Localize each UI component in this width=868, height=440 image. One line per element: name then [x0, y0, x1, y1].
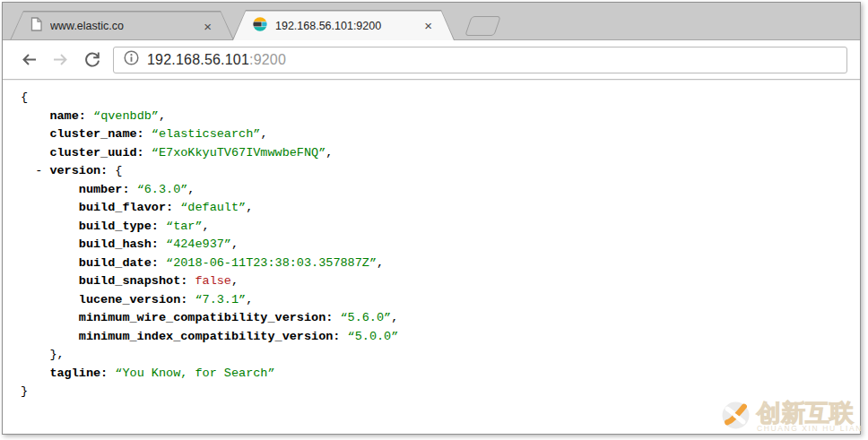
- browser-window: www.elastic.co × 192: [2, 2, 861, 435]
- watermark-title: 创新互联: [757, 401, 854, 426]
- close-icon[interactable]: ×: [202, 20, 213, 33]
- browser-toolbar: 192.168.56.101:9200: [3, 40, 860, 80]
- forward-button: [45, 47, 76, 73]
- watermark-subtitle: CHUANG XIN HU LIAN: [757, 424, 863, 433]
- forward-arrow-icon: [51, 50, 70, 69]
- address-bar[interactable]: 192.168.56.101:9200: [113, 47, 847, 73]
- url-host: 192.168.56.101: [147, 52, 249, 67]
- tab-elastic-co[interactable]: www.elastic.co ×: [10, 11, 234, 40]
- tab-strip: www.elastic.co × 192: [3, 3, 860, 40]
- close-icon[interactable]: ×: [422, 19, 434, 32]
- elasticsearch-icon: [253, 17, 267, 35]
- info-icon[interactable]: [124, 50, 139, 69]
- page-icon: [30, 17, 42, 35]
- watermark: 创新互联 CHUANG XIN HU LIAN: [713, 397, 868, 436]
- tab-elasticsearch-9200[interactable]: 192.168.56.101:9200 ×: [232, 10, 455, 40]
- page-content: { name: “qvenbdb”, cluster_name: “elasti…: [3, 80, 860, 434]
- json-body: { name: “qvenbdb”, cluster_name: “elasti…: [21, 89, 860, 401]
- reload-icon: [82, 50, 101, 69]
- url-port: :9200: [249, 52, 286, 67]
- cx-logo-icon: [722, 401, 750, 433]
- new-tab-button[interactable]: [464, 16, 501, 36]
- reload-button[interactable]: [76, 47, 108, 73]
- tab-title: 192.168.56.101:9200: [275, 20, 414, 32]
- back-button[interactable]: [13, 47, 45, 73]
- url-text: 192.168.56.101:9200: [147, 52, 286, 68]
- tab-title: www.elastic.co: [50, 20, 194, 32]
- back-arrow-icon: [20, 50, 39, 69]
